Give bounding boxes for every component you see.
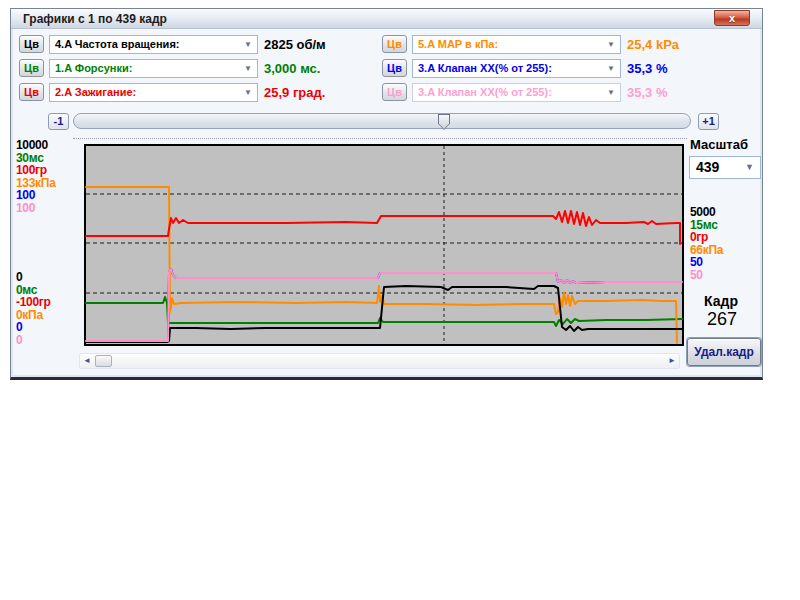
chevron-down-icon: ▼ [745,157,754,178]
channel-select-valve-blue[interactable]: 3.A Клапан XX(% от 255): ▼ [412,59,621,78]
frame-number: 267 [707,309,737,330]
chevron-down-icon: ▼ [244,60,252,77]
color-button-valve-blue[interactable]: Цв [382,59,407,77]
chevron-down-icon: ▼ [244,36,252,53]
scroll-left-icon[interactable]: ◄ [80,354,94,368]
rpm-value: 2825 об/м [264,35,326,54]
graph-plot-area[interactable] [84,144,684,346]
ignition-value: 25,9 град. [264,83,325,102]
axis-label: 10000 [16,139,56,152]
window-title: Графики с 1 по 439 кадр [23,12,167,26]
chevron-down-icon: ▼ [607,84,615,101]
slider-tick-line [73,138,687,139]
channel-select-ignition-label: 2.A Зажигание: [55,86,136,98]
color-button-map[interactable]: Цв [382,35,407,53]
axis-label: 0гр [690,231,723,244]
left-axis-max-labels: 10000 30мс 100гр 133кПа 100 100 [16,139,56,214]
valve-pink-value: 35,3 % [627,83,667,102]
frame-slider-track[interactable] [73,113,691,129]
channel-select-rpm[interactable]: 4.A Частота вращения: ▼ [49,35,258,54]
channel-select-rpm-label: 4.A Частота вращения: [55,38,179,50]
frame-slider-thumb-face [439,115,449,129]
next-frame-button[interactable]: +1 [698,113,719,130]
channel-select-injectors[interactable]: 1.A Форсунки: ▼ [49,59,258,78]
scale-select-value: 439 [696,159,719,175]
channel-select-map[interactable]: 5.A MAP в кПа: ▼ [412,35,621,54]
channel-select-valve-pink-label: 3.A Клапан XX(% от 255): [418,86,552,98]
prev-frame-button[interactable]: -1 [48,113,69,130]
close-button[interactable]: x [714,10,750,26]
channel-select-injectors-label: 1.A Форсунки: [55,62,132,74]
axis-label: 100 [16,202,56,215]
channel-select-valve-pink[interactable]: 3.A Клапан XX(% от 255): ▼ [412,83,621,102]
scroll-right-icon[interactable]: ► [665,354,679,368]
channel-select-ignition[interactable]: 2.A Зажигание: ▼ [49,83,258,102]
axis-label: 50 [690,256,723,269]
right-axis-mid-labels: 5000 15мс 0гр 66кПа 50 50 [690,206,723,281]
color-button-valve-pink[interactable]: Цв [382,83,407,101]
valve-blue-value: 35,3 % [627,59,667,78]
axis-label: 50 [690,269,723,282]
left-axis-min-labels: 0 0мс -100гр 0кПа 0 0 [16,271,51,346]
color-button-ignition[interactable]: Цв [19,83,44,101]
horizontal-scrollbar[interactable]: ◄ ► [79,353,680,369]
title-bar[interactable]: Графики с 1 по 439 кадр x [11,9,762,29]
channel-select-map-label: 5.A MAP в кПа: [418,38,498,50]
frame-slider-thumb[interactable] [438,114,450,130]
axis-label: 100гр [16,164,56,177]
frame-label: Кадр [704,293,738,309]
graph-plot-svg[interactable] [84,144,684,346]
graphs-window: Графики с 1 по 439 кадр x Цв 4.A Частота… [10,8,763,380]
chevron-down-icon: ▼ [607,60,615,77]
map-value: 25,4 kPa [627,35,679,54]
plot-background[interactable] [85,145,683,345]
color-button-rpm[interactable]: Цв [19,35,44,53]
color-button-injectors[interactable]: Цв [19,59,44,77]
scale-select[interactable]: 439 ▼ [689,156,761,179]
axis-label: 0 [16,334,51,347]
axis-label: 0 [16,321,51,334]
chevron-down-icon: ▼ [244,84,252,101]
scale-label: Масштаб [690,137,748,152]
delete-frame-button[interactable]: Удал.кадр [687,338,761,366]
chevron-down-icon: ▼ [607,36,615,53]
injectors-value: 3,000 мс. [264,59,320,78]
axis-label: -100гр [16,296,51,309]
axis-label: 5000 [690,206,723,219]
channel-select-valve-blue-label: 3.A Клапан XX(% от 255): [418,62,552,74]
axis-label: 0 [16,271,51,284]
scrollbar-thumb[interactable] [95,355,112,367]
axis-label: 100 [16,189,56,202]
